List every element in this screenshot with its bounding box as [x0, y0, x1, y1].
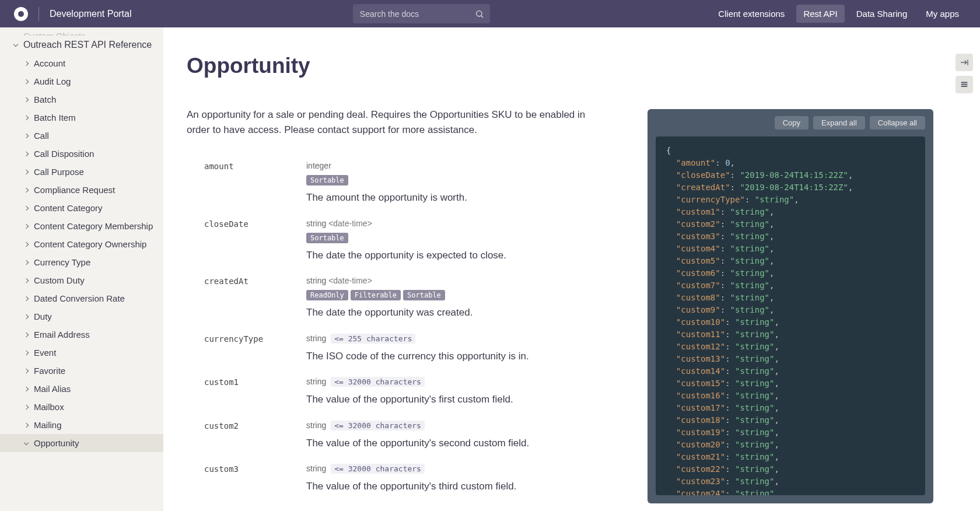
brand-logo[interactable] — [14, 7, 28, 21]
sidebar-item-label: Mail Alias — [34, 384, 71, 394]
sidebar-item[interactable]: Content Category — [0, 199, 163, 217]
search-icon — [475, 9, 484, 19]
attribute-type: string <date-time> — [306, 276, 372, 285]
attribute-constraint: <= 32000 characters — [331, 377, 425, 387]
attribute-body: string<= 32000 charactersThe value of th… — [306, 420, 618, 451]
chevron-right-icon — [23, 205, 29, 211]
expand-panel-button[interactable] — [956, 54, 973, 71]
collapse-all-button[interactable]: Collapse all — [870, 116, 925, 130]
header-divider — [38, 7, 39, 21]
attribute-description: The value of the opportunity's second cu… — [306, 436, 618, 451]
attribute-description: The ISO code of the currency this opport… — [306, 349, 618, 364]
brand-title[interactable]: Development Portal — [50, 9, 132, 19]
attribute-description: The value of the opportunity's first cus… — [306, 392, 618, 407]
sidebar-item[interactable]: Favorite — [0, 362, 163, 380]
toggle-view-button[interactable] — [956, 76, 973, 93]
attribute-name: custom2 — [187, 420, 306, 451]
attribute-name: closeDate — [187, 218, 306, 263]
code-body[interactable]: { "amount": 0, "closeDate": "2019-08-24T… — [656, 136, 925, 495]
sidebar-item[interactable]: Audit Log — [0, 72, 163, 90]
nav-link[interactable]: Client extensions — [711, 5, 792, 23]
chevron-right-icon — [23, 187, 29, 193]
sidebar-item-label: Mailbox — [34, 402, 64, 412]
sidebar-item-label: Mailing — [34, 420, 62, 430]
sidebar-item[interactable]: Dated Conversion Rate — [0, 289, 163, 307]
attribute-body: integerSortableThe amount the opportunit… — [306, 160, 618, 205]
sidebar-item-label: Email Address — [34, 330, 90, 340]
expand-all-button[interactable]: Expand all — [813, 116, 865, 130]
attribute-body: string<= 32000 charactersThe value of th… — [306, 376, 618, 407]
attribute-type: string — [306, 464, 326, 473]
chevron-right-icon — [23, 151, 29, 157]
svg-rect-4 — [961, 82, 968, 83]
sidebar-item[interactable]: Call Disposition — [0, 145, 163, 163]
sidebar-item-label: Audit Log — [34, 76, 71, 86]
sidebar-item[interactable]: Batch — [0, 90, 163, 108]
sidebar-item-label: Dated Conversion Rate — [34, 293, 125, 303]
sidebar-item-label: Compliance Request — [34, 185, 115, 195]
chevron-down-icon — [13, 42, 19, 48]
page-description: An opportunity for a sale or pending dea… — [187, 107, 607, 137]
sidebar-item-label: Batch Item — [34, 113, 76, 123]
chevron-right-icon — [23, 350, 29, 356]
attribute-body: string <date-time>SortableThe date the o… — [306, 218, 618, 263]
svg-line-1 — [481, 16, 483, 18]
attribute-constraint: <= 255 characters — [331, 334, 415, 344]
sidebar: Custom Objects Outreach REST API Referen… — [0, 27, 163, 511]
attribute-badge: ReadOnly — [306, 290, 348, 300]
sidebar-item[interactable]: Account — [0, 54, 163, 72]
sidebar-item[interactable]: Mailbox — [0, 398, 163, 416]
copy-button[interactable]: Copy — [775, 116, 808, 130]
sidebar-item-label: Call Purpose — [34, 167, 84, 177]
sidebar-item-label: Favorite — [34, 366, 65, 376]
sidebar-item[interactable]: Mailing — [0, 416, 163, 434]
chevron-right-icon — [23, 296, 29, 302]
attribute-badge: Sortable — [306, 233, 348, 243]
sidebar-section-header[interactable]: Outreach REST API Reference — [0, 36, 163, 54]
sidebar-item[interactable]: Batch Item — [0, 108, 163, 127]
sidebar-item[interactable]: Compliance Request — [0, 181, 163, 199]
code-sample-panel: Copy Expand all Collapse all { "amount":… — [648, 109, 933, 503]
sidebar-item-label: Call Disposition — [34, 149, 94, 159]
sidebar-item[interactable]: Content Category Membership — [0, 217, 163, 235]
sidebar-item-label: Currency Type — [34, 257, 90, 267]
page-title: Opportunity — [187, 54, 618, 78]
sidebar-item[interactable]: Mail Alias — [0, 380, 163, 398]
sidebar-item-label: Content Category — [34, 203, 103, 213]
chevron-right-icon — [23, 115, 29, 121]
sidebar-item[interactable]: Currency Type — [0, 253, 163, 271]
sidebar-partial-item[interactable]: Custom Objects — [0, 31, 163, 36]
sidebar-item[interactable]: Call Purpose — [0, 163, 163, 181]
attribute-description: The date the opportunity was created. — [306, 305, 618, 320]
sidebar-item[interactable]: Custom Duty — [0, 271, 163, 289]
code-toolbar: Copy Expand all Collapse all — [648, 109, 933, 136]
attribute-name: currencyType — [187, 333, 306, 364]
sidebar-item-label: Account — [34, 58, 65, 68]
sidebar-item[interactable]: Duty — [0, 307, 163, 326]
chevron-right-icon — [23, 79, 29, 85]
sidebar-item[interactable]: Event — [0, 344, 163, 362]
sidebar-item[interactable]: Opportunity — [0, 434, 163, 452]
nav-link[interactable]: My apps — [919, 5, 966, 23]
sidebar-item[interactable]: Call — [0, 127, 163, 145]
svg-rect-6 — [961, 86, 968, 87]
attribute-name: custom3 — [187, 463, 306, 494]
sidebar-item[interactable]: Content Category Ownership — [0, 235, 163, 253]
svg-rect-5 — [961, 84, 968, 85]
chevron-right-icon — [23, 278, 29, 284]
attribute-row: closeDatestring <date-time>SortableThe d… — [187, 218, 618, 263]
nav-link[interactable]: Data Sharing — [849, 5, 915, 23]
sidebar-item-label: Call — [34, 131, 49, 141]
nav-link[interactable]: Rest API — [796, 5, 844, 23]
chevron-right-icon — [23, 368, 29, 374]
attribute-badge: Sortable — [403, 290, 445, 300]
sidebar-item[interactable]: Email Address — [0, 326, 163, 344]
sidebar-item-label: Batch — [34, 94, 56, 104]
search-input[interactable] — [353, 4, 490, 23]
top-header: Development Portal Client extensionsRest… — [0, 0, 980, 27]
chevron-right-icon — [23, 386, 29, 392]
sidebar-item-label: Content Category Membership — [34, 221, 153, 231]
attribute-description: The amount the opportunity is worth. — [306, 190, 618, 205]
attribute-name: createdAt — [187, 275, 306, 320]
attribute-body: string<= 255 charactersThe ISO code of t… — [306, 333, 618, 364]
